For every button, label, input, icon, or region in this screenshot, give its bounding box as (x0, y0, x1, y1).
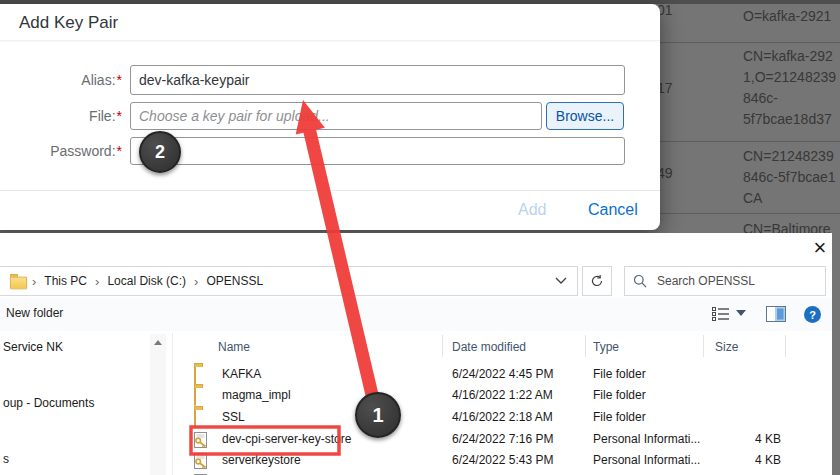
chevron-down-icon[interactable] (555, 277, 567, 285)
folder-icon (10, 276, 27, 289)
column-header-size[interactable]: Size (715, 340, 738, 354)
backdrop-cert-text: 846c- (743, 90, 778, 106)
alias-label: Alias:* (2, 65, 122, 95)
backdrop-cert-text: CN=kafka-292 (743, 48, 833, 64)
column-header-type[interactable]: Type (593, 340, 619, 354)
file-row-kafka[interactable]: KAFKA 6/24/2022 4:45 PM File folder (190, 364, 832, 385)
keystore-file-icon (194, 432, 208, 452)
dialog-header-divider (0, 40, 660, 41)
backdrop-cert-text: CA (743, 190, 762, 206)
dialog-footer-divider (0, 190, 660, 191)
column-header-name[interactable]: Name (218, 340, 250, 354)
keystore-file-icon (194, 453, 208, 473)
required-asterisk: * (117, 143, 122, 159)
scroll-up-icon[interactable] (154, 340, 162, 345)
file-row-partial[interactable] (190, 471, 832, 475)
sidebar-item-partial[interactable]: s (3, 452, 9, 466)
preview-pane-icon[interactable] (766, 306, 786, 322)
file-row-ssl[interactable]: SSL 4/16/2022 2:18 AM File folder (190, 407, 832, 428)
add-button[interactable]: Add (512, 200, 552, 220)
backdrop-row-separator (656, 42, 840, 43)
folder-icon (194, 409, 196, 428)
step-2-badge: 2 (139, 131, 181, 173)
list-view-icon[interactable] (712, 307, 729, 321)
search-field[interactable] (624, 266, 826, 296)
required-asterisk: * (117, 72, 122, 88)
backdrop-row-separator (656, 213, 840, 214)
file-row-magma-impl[interactable]: magma_impl 4/16/2022 1:22 AM File folder (190, 385, 832, 406)
screen: 01 O=kafka-2921 17 CN=kafka-292 1,O=2124… (0, 0, 840, 475)
breadcrumb-separator: › (91, 274, 103, 289)
backdrop-cert-text: O=kafka-2921 (743, 8, 831, 24)
column-header-date[interactable]: Date modified (452, 340, 526, 354)
address-bar[interactable]: › This PC › Local Disk (C:) › OPENSSL (0, 266, 578, 296)
column-separator[interactable] (785, 335, 786, 357)
explorer-toolbar: New folder ? (0, 298, 832, 331)
pane-divider (172, 333, 173, 475)
column-separator[interactable] (442, 335, 443, 357)
alias-input[interactable] (130, 65, 625, 95)
breadcrumb-this-pc[interactable]: This PC (40, 274, 91, 288)
breadcrumb-openssl[interactable]: OPENSSL (202, 274, 267, 288)
backdrop-cert-text: 1,O=21248239 (743, 69, 836, 85)
view-options-caret-icon[interactable] (736, 310, 746, 316)
cancel-button[interactable]: Cancel (582, 200, 644, 220)
file-row-serverkeystore[interactable]: serverkeystore 6/24/2022 5:43 PM Persona… (190, 450, 832, 471)
file-input[interactable] (130, 102, 542, 130)
column-separator[interactable] (585, 335, 586, 357)
browse-button[interactable]: Browse... (546, 102, 624, 130)
file-row-dev-cpi-server-key-store[interactable]: dev-cpi-server-key-store 6/24/2022 7:16 … (190, 429, 832, 450)
search-input[interactable] (655, 273, 817, 289)
file-label: File:* (2, 102, 122, 130)
column-separator[interactable] (703, 335, 704, 357)
backdrop-cert-text: 846c-5f7bcae1 (743, 169, 836, 185)
breadcrumb-separator: › (28, 274, 40, 289)
backdrop-cert-text: 5f7bcae18d37 (743, 111, 832, 127)
file-explorer-window: × › This PC › Local Disk (C:) › OPENSSL (0, 233, 832, 475)
new-folder-button[interactable]: New folder (6, 306, 63, 320)
dialog-title: Add Key Pair (19, 13, 118, 33)
required-asterisk: * (117, 108, 122, 124)
folder-icon (194, 366, 196, 385)
password-input[interactable] (130, 137, 625, 165)
step-1-badge: 1 (355, 392, 401, 438)
add-key-pair-dialog: Add Key Pair Alias:* File:* Browse... Pa… (0, 4, 660, 230)
backdrop-row-separator (656, 141, 840, 142)
backdrop-cert-text: CN=21248239 (743, 148, 834, 164)
help-icon[interactable]: ? (804, 306, 821, 323)
password-label: Password:* (2, 137, 122, 165)
search-icon (633, 274, 647, 288)
sidebar-item-group-documents[interactable]: oup - Documents (3, 396, 94, 410)
refresh-icon[interactable] (582, 266, 612, 296)
close-icon[interactable]: × (806, 235, 834, 261)
sidebar-item-service-nk[interactable]: Service NK (3, 340, 63, 354)
breadcrumb-local-disk[interactable]: Local Disk (C:) (103, 274, 190, 288)
sidebar-scrollbar[interactable] (150, 334, 166, 475)
folder-icon (194, 387, 196, 406)
breadcrumb-separator: › (190, 274, 202, 289)
